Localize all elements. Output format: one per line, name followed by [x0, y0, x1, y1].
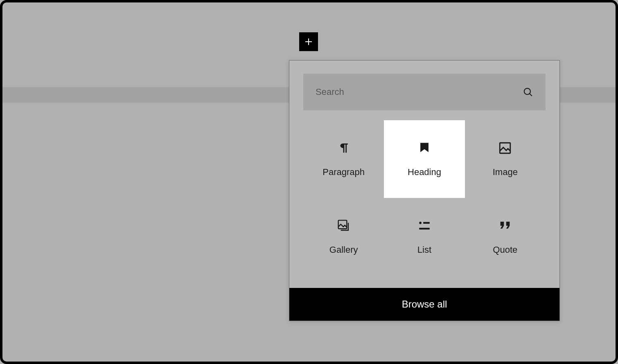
browse-all-button[interactable]: Browse all — [289, 288, 559, 321]
block-gallery[interactable]: Gallery — [303, 198, 384, 276]
browse-all-label: Browse all — [402, 299, 447, 310]
paragraph-icon — [337, 141, 351, 155]
svg-rect-4 — [500, 143, 511, 153]
search-icon[interactable] — [523, 87, 533, 97]
block-label: Quote — [493, 245, 517, 255]
block-quote[interactable]: Quote — [465, 198, 546, 276]
quote-icon — [498, 218, 512, 233]
svg-rect-7 — [423, 222, 430, 224]
svg-point-6 — [419, 222, 422, 224]
block-paragraph[interactable]: Paragraph — [303, 120, 384, 198]
plus-icon — [304, 37, 314, 47]
add-block-button[interactable] — [299, 32, 318, 51]
block-label: Image — [493, 167, 518, 178]
block-label: Gallery — [329, 245, 358, 255]
heading-icon — [417, 141, 431, 155]
block-label: List — [417, 245, 431, 255]
svg-rect-5 — [338, 220, 347, 229]
svg-point-2 — [524, 88, 530, 94]
gallery-icon — [337, 218, 351, 233]
block-label: Paragraph — [323, 167, 365, 178]
block-list[interactable]: List — [384, 198, 465, 276]
block-inserter-panel: Paragraph Heading Image — [289, 60, 560, 321]
block-label: Heading — [408, 167, 441, 178]
block-heading[interactable]: Heading — [384, 120, 465, 198]
svg-line-3 — [530, 94, 532, 96]
block-image[interactable]: Image — [465, 120, 546, 198]
search-container — [303, 74, 546, 110]
blocks-grid: Paragraph Heading Image — [289, 120, 559, 288]
svg-rect-8 — [419, 228, 430, 229]
search-input[interactable] — [316, 87, 523, 97]
image-icon — [498, 141, 512, 155]
list-icon — [417, 218, 431, 233]
